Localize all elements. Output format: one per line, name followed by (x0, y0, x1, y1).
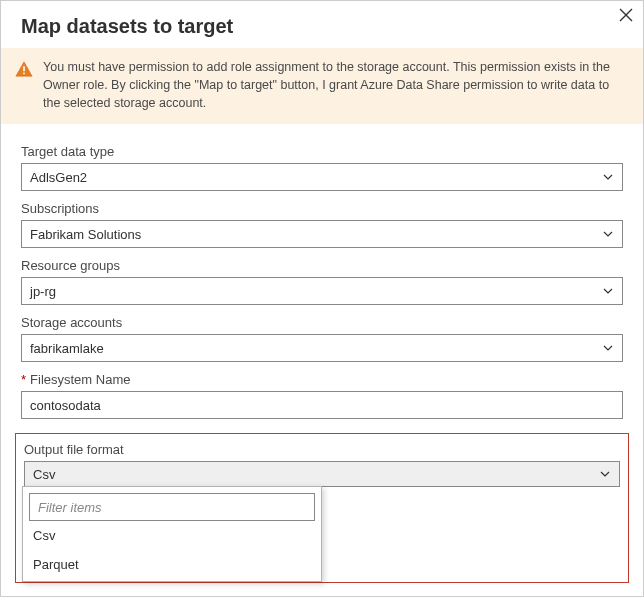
select-value: AdlsGen2 (30, 170, 87, 185)
form-area: Target data type AdlsGen2 Subscriptions … (1, 124, 643, 419)
output-format-select[interactable]: Csv (24, 461, 620, 487)
close-icon[interactable] (619, 7, 633, 25)
chevron-down-icon (602, 171, 614, 183)
chevron-down-icon (602, 342, 614, 354)
field-label: Resource groups (21, 258, 623, 273)
field-subscriptions: Subscriptions Fabrikam Solutions (21, 201, 623, 248)
select-value: jp-rg (30, 284, 56, 299)
field-target-data-type: Target data type AdlsGen2 (21, 144, 623, 191)
warning-icon (15, 60, 33, 78)
chevron-down-icon (599, 468, 611, 480)
option-parquet[interactable]: Parquet (29, 550, 315, 579)
chevron-down-icon (602, 285, 614, 297)
resource-groups-select[interactable]: jp-rg (21, 277, 623, 305)
svg-rect-0 (23, 66, 25, 71)
select-value: fabrikamlake (30, 341, 104, 356)
field-label: *Filesystem Name (21, 372, 623, 387)
select-value: Csv (33, 467, 55, 482)
filter-items-input[interactable] (29, 493, 315, 521)
output-format-dropdown: Csv Parquet (22, 486, 322, 582)
field-label: Subscriptions (21, 201, 623, 216)
chevron-down-icon (602, 228, 614, 240)
select-value: Fabrikam Solutions (30, 227, 141, 242)
field-label: Output file format (24, 442, 622, 457)
panel-title: Map datasets to target (1, 1, 643, 48)
warning-text: You must have permission to add role ass… (43, 58, 623, 112)
target-data-type-select[interactable]: AdlsGen2 (21, 163, 623, 191)
field-label-text: Filesystem Name (30, 372, 130, 387)
option-csv[interactable]: Csv (29, 521, 315, 550)
input-value: contosodata (30, 398, 101, 413)
warning-banner: You must have permission to add role ass… (1, 48, 643, 124)
subscriptions-select[interactable]: Fabrikam Solutions (21, 220, 623, 248)
field-label: Storage accounts (21, 315, 623, 330)
output-format-highlight: Output file format Csv Csv Parquet (15, 433, 629, 583)
storage-accounts-select[interactable]: fabrikamlake (21, 334, 623, 362)
field-storage-accounts: Storage accounts fabrikamlake (21, 315, 623, 362)
svg-rect-1 (23, 73, 25, 75)
field-filesystem-name: *Filesystem Name contosodata (21, 372, 623, 419)
filesystem-name-input[interactable]: contosodata (21, 391, 623, 419)
required-star: * (21, 372, 26, 387)
field-resource-groups: Resource groups jp-rg (21, 258, 623, 305)
field-label: Target data type (21, 144, 623, 159)
map-datasets-panel: Map datasets to target You must have per… (0, 0, 644, 597)
